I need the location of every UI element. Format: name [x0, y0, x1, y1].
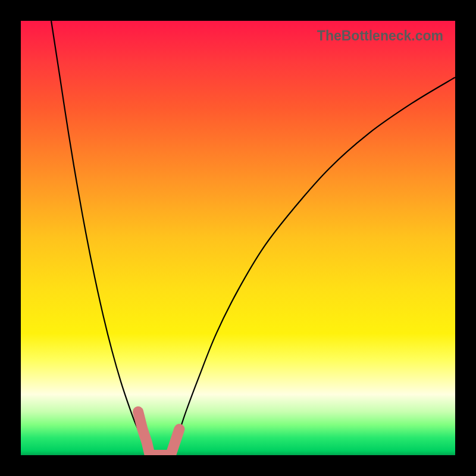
curve-right: [171, 77, 455, 455]
chart-frame: TheBottleneck.com: [0, 0, 476, 476]
curve-left: [51, 21, 150, 455]
watermark-text: TheBottleneck.com: [317, 28, 443, 44]
curve-layer: [21, 21, 455, 455]
valley-marker: [138, 412, 179, 455]
plot-area: TheBottleneck.com: [21, 21, 455, 455]
